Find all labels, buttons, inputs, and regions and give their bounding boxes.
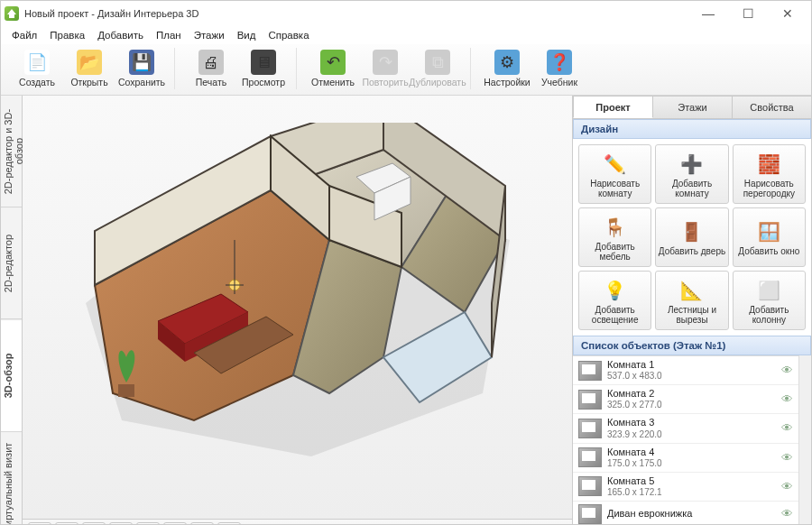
undo-icon: ↶ bbox=[320, 50, 346, 75]
design-btn-5[interactable]: 🪟Добавить окно bbox=[733, 207, 806, 267]
object-item-3[interactable]: Комната 4175.0 x 175.0👁 bbox=[573, 444, 798, 473]
create-label: Создать bbox=[19, 77, 55, 88]
visibility-toggle-icon[interactable]: 👁 bbox=[781, 451, 793, 465]
redo-icon: ↷ bbox=[373, 50, 398, 75]
design-btn-7[interactable]: 📐Лестницы и вырезы bbox=[655, 271, 728, 330]
design-icon-1: ➕ bbox=[680, 152, 704, 176]
print-button[interactable]: 🖨Печать bbox=[186, 48, 236, 89]
design-btn-3[interactable]: 🪑Добавить мебель bbox=[578, 207, 651, 267]
create-button[interactable]: 📄Создать bbox=[12, 48, 62, 89]
design-icon-6: 💡 bbox=[604, 279, 627, 302]
help-icon: ❓ bbox=[547, 50, 572, 75]
view-footer: 360✋⤢⟲🔍+🔍-⌂📷Показывать все этажиПрозрачн… bbox=[23, 519, 572, 525]
design-btn-4[interactable]: 🚪Добавить дверь bbox=[655, 207, 728, 267]
3d-canvas[interactable] bbox=[23, 96, 572, 519]
save-label: Сохранить bbox=[118, 77, 165, 88]
svg-rect-16 bbox=[118, 384, 134, 397]
panel-tab-2[interactable]: Свойства bbox=[732, 96, 812, 118]
object-list: Комната 1537.0 x 483.0👁Комната 2325.0 x … bbox=[573, 355, 798, 525]
menu-этажи[interactable]: Этажи bbox=[189, 28, 230, 42]
object-thumb-icon bbox=[578, 447, 602, 467]
object-item-0[interactable]: Комната 1537.0 x 483.0👁 bbox=[573, 356, 798, 385]
menu-справка[interactable]: Справка bbox=[263, 28, 314, 42]
redo-button: ↷Повторить bbox=[360, 48, 411, 89]
object-item-2[interactable]: Комната 3323.9 x 220.0👁 bbox=[573, 414, 798, 443]
viewport: 360✋⤢⟲🔍+🔍-⌂📷Показывать все этажиПрозрачн… bbox=[23, 96, 573, 525]
right-panel: ПроектЭтажиСвойства Дизайн ✏️Нарисовать … bbox=[573, 96, 811, 525]
design-btn-2[interactable]: 🧱Нарисовать перегородку bbox=[733, 144, 806, 204]
dup-icon: ⧉ bbox=[425, 50, 450, 75]
viewtool-3[interactable]: ⟲ bbox=[109, 522, 133, 526]
minimize-button[interactable]: — bbox=[688, 1, 728, 26]
panel-tabs: ПроектЭтажиСвойства bbox=[573, 96, 811, 119]
design-btn-6[interactable]: 💡Добавить освещение bbox=[578, 271, 651, 330]
preview-button[interactable]: 🖥Просмотр bbox=[238, 48, 289, 89]
viewtool-4[interactable]: 🔍+ bbox=[136, 522, 160, 526]
print-label: Печать bbox=[196, 77, 226, 88]
visibility-toggle-icon[interactable]: 👁 bbox=[781, 480, 793, 493]
design-icon-2: 🧱 bbox=[757, 152, 780, 176]
visibility-toggle-icon[interactable]: 👁 bbox=[781, 392, 793, 406]
objects-header: Список объектов (Этаж №1) bbox=[573, 336, 811, 355]
menu-вид[interactable]: Вид bbox=[232, 28, 262, 42]
vtab-2[interactable]: 3D-обзор bbox=[1, 320, 22, 432]
menu-добавить[interactable]: Добавить bbox=[92, 28, 149, 42]
design-header: Дизайн bbox=[573, 119, 811, 139]
visibility-toggle-icon[interactable]: 👁 bbox=[781, 364, 793, 377]
object-item-1[interactable]: Комната 2325.0 x 277.0👁 bbox=[573, 385, 798, 414]
menu-план[interactable]: План bbox=[151, 28, 187, 42]
viewtool-0[interactable]: 360 bbox=[28, 522, 51, 526]
design-icon-8: ⬜ bbox=[757, 279, 780, 302]
titlebar: Новый проект - Дизайн Интерьера 3D — ☐ ✕ bbox=[1, 1, 811, 26]
toolbar: 📄Создать📂Открыть💾Сохранить🖨Печать🖥Просмо… bbox=[1, 44, 811, 96]
preview-icon: 🖥 bbox=[251, 50, 276, 75]
print-icon: 🖨 bbox=[198, 50, 224, 75]
close-button[interactable]: ✕ bbox=[768, 1, 807, 26]
object-item-5[interactable]: Диван еврокнижка👁 bbox=[573, 502, 798, 525]
settings-label: Настройки bbox=[484, 77, 531, 88]
object-thumb-icon bbox=[578, 419, 602, 438]
design-btn-1[interactable]: ➕Добавить комнату bbox=[655, 144, 728, 204]
vtab-3[interactable]: Виртуальный визит bbox=[1, 432, 22, 525]
save-icon: 💾 bbox=[129, 50, 154, 75]
viewtool-7[interactable]: 📷 bbox=[217, 522, 241, 526]
app-icon bbox=[5, 6, 19, 21]
help-button[interactable]: ❓Учебник bbox=[534, 48, 585, 89]
visibility-toggle-icon[interactable]: 👁 bbox=[781, 507, 793, 520]
design-icon-7: 📐 bbox=[680, 279, 704, 302]
open-icon: 📂 bbox=[77, 50, 102, 75]
design-icon-3: 🪑 bbox=[604, 216, 627, 239]
viewtool-6[interactable]: ⌂ bbox=[190, 522, 214, 526]
menubar: ФайлПравкаДобавитьПланЭтажиВидСправка bbox=[1, 26, 811, 44]
design-btn-0[interactable]: ✏️Нарисовать комнату bbox=[578, 144, 651, 204]
viewtool-1[interactable]: ✋ bbox=[55, 522, 78, 526]
object-thumb-icon bbox=[578, 504, 602, 524]
redo-label: Повторить bbox=[362, 77, 408, 88]
visibility-toggle-icon[interactable]: 👁 bbox=[781, 421, 793, 435]
open-button[interactable]: 📂Открыть bbox=[64, 48, 115, 89]
scrollbar[interactable] bbox=[798, 355, 811, 525]
design-grid: ✏️Нарисовать комнату➕Добавить комнату🧱На… bbox=[573, 139, 811, 336]
undo-label: Отменить bbox=[311, 77, 355, 88]
object-thumb-icon bbox=[578, 390, 602, 410]
menu-файл[interactable]: Файл bbox=[6, 28, 42, 42]
dup-label: Дублировать bbox=[409, 77, 466, 88]
panel-tab-1[interactable]: Этажи bbox=[652, 96, 733, 118]
maximize-button[interactable]: ☐ bbox=[728, 1, 768, 26]
panel-tab-0[interactable]: Проект bbox=[573, 96, 653, 118]
design-icon-4: 🚪 bbox=[680, 220, 704, 244]
window-title: Новый проект - Дизайн Интерьера 3D bbox=[24, 8, 688, 19]
settings-button[interactable]: ⚙Настройки bbox=[482, 48, 532, 89]
vtab-1[interactable]: 2D-редактор bbox=[1, 207, 22, 319]
design-icon-5: 🪟 bbox=[757, 220, 780, 244]
object-item-4[interactable]: Комната 5165.0 x 172.1👁 bbox=[573, 473, 798, 502]
undo-button[interactable]: ↶Отменить bbox=[308, 48, 358, 89]
preview-label: Просмотр bbox=[242, 77, 285, 88]
vtab-0[interactable]: 2D-редактор и 3D-обзор bbox=[1, 96, 22, 207]
viewtool-5[interactable]: 🔍- bbox=[163, 522, 187, 526]
viewtool-2[interactable]: ⤢ bbox=[82, 522, 106, 526]
save-button[interactable]: 💾Сохранить bbox=[116, 48, 167, 89]
menu-правка[interactable]: Правка bbox=[44, 28, 90, 42]
settings-icon: ⚙ bbox=[494, 50, 520, 75]
design-btn-8[interactable]: ⬜Добавить колонну bbox=[733, 271, 806, 330]
